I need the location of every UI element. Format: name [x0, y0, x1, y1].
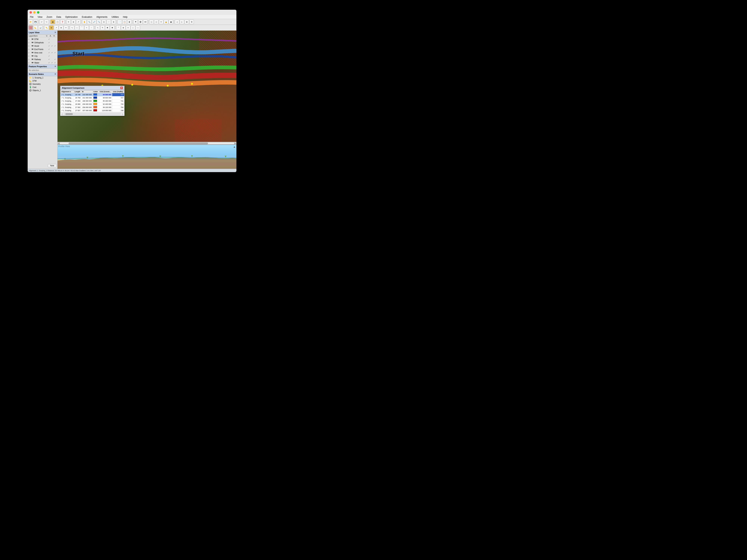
- layer-areacost-a[interactable]: ✓: [51, 51, 53, 54]
- layer-view-close[interactable]: ✕: [54, 31, 56, 34]
- layer-water[interactable]: ▷ 🗺 Water ✓ ✓ ✓: [28, 61, 57, 64]
- scroll-left-button[interactable]: ◁: [61, 113, 63, 115]
- layer-avoid[interactable]: ▷ 🗺 Avoid ✓ ✓ ✓: [28, 44, 57, 48]
- scenario-item-dtm[interactable]: 📐 DTM: [28, 79, 57, 82]
- flag-button[interactable]: ⚑: [133, 20, 138, 24]
- layer-city-v[interactable]: ✓: [48, 55, 50, 57]
- lock-button[interactable]: 🔒: [164, 20, 168, 24]
- layer-areacost-h[interactable]: ✓: [54, 51, 56, 54]
- minus-button[interactable]: ➖: [143, 20, 148, 24]
- layer-dtm-h[interactable]: [54, 38, 56, 41]
- arrow-left-button[interactable]: ◁: [175, 20, 179, 24]
- map-view[interactable]: Start: [57, 31, 236, 142]
- scenario-item-objects[interactable]: 🔘 Objects_1: [28, 89, 57, 92]
- alignment-row-0[interactable]: ↗1. Scoping... 26 748 142 000 000 64 500…: [60, 93, 124, 96]
- zoom-in-button[interactable]: 🔍: [87, 20, 92, 24]
- feature-props-close[interactable]: ✕: [54, 65, 56, 68]
- copy-button[interactable]: 📄: [118, 20, 122, 24]
- arc-tool-button[interactable]: ⌒: [80, 25, 84, 30]
- menu-alignments[interactable]: Alignments: [96, 15, 108, 19]
- layer-endpoints-h[interactable]: [54, 48, 56, 51]
- undo-button[interactable]: ↩: [40, 20, 44, 24]
- layer-endpoints[interactable]: ▷ 🗺 End Points ✓: [28, 48, 57, 51]
- minus-line-button[interactable]: −: [89, 25, 94, 30]
- alignment-row-3[interactable]: ↗1. Scoping... 26 980 206 000 000 92 400…: [60, 103, 124, 106]
- hand-button[interactable]: ✋: [82, 20, 87, 24]
- group-button[interactable]: ▣: [169, 20, 173, 24]
- layer-city-h[interactable]: [54, 55, 56, 57]
- layer-railway-a[interactable]: [51, 58, 53, 61]
- vertical-button[interactable]: |: [131, 25, 135, 30]
- eraser-button[interactable]: ✖: [105, 25, 110, 30]
- scenario-item-geometry[interactable]: 🔘 Geometry: [28, 82, 57, 86]
- edit-button[interactable]: ✏: [159, 20, 163, 24]
- layer-dtm[interactable]: ▷ 🗺 DTM ✓: [28, 37, 57, 41]
- layer-avoid-v[interactable]: ✓: [48, 45, 50, 47]
- pen-button[interactable]: ✒: [66, 20, 71, 24]
- alignment-panel-close-button[interactable]: ✕: [120, 87, 123, 89]
- scenario-item-cost[interactable]: 💲 Cost: [28, 86, 57, 89]
- layer-water-a[interactable]: ✓: [51, 61, 53, 64]
- pan-button[interactable]: ☞: [106, 20, 111, 24]
- node-button[interactable]: ⊕: [71, 20, 76, 24]
- menu-evaluation[interactable]: Evaluation: [81, 15, 93, 19]
- close-button[interactable]: [29, 11, 32, 14]
- profile-expand-button[interactable]: ▲: [233, 145, 236, 148]
- menu-help[interactable]: Help: [122, 15, 128, 19]
- layer-areacost[interactable]: ▷ 🗺 Area cost ✓ ✓ ✓: [28, 51, 57, 54]
- settings-button[interactable]: ⚙: [189, 20, 194, 24]
- layer-dtm-a[interactable]: [51, 38, 53, 41]
- save-button[interactable]: 💾: [33, 20, 38, 24]
- layer-endpoints-a[interactable]: [51, 48, 53, 51]
- menu-zoom[interactable]: Zoom: [46, 15, 53, 19]
- pen-edit-button[interactable]: ✎: [100, 25, 105, 30]
- measure-button[interactable]: 📏: [44, 25, 49, 30]
- layer-dtm-v[interactable]: ✓: [48, 38, 50, 41]
- layer-orthophoto-h[interactable]: [54, 41, 56, 44]
- map-scroll-left[interactable]: ◁: [58, 142, 59, 144]
- map-expand-button[interactable]: ▷: [58, 138, 60, 141]
- layers-button[interactable]: ⊞: [184, 20, 189, 24]
- merge-button[interactable]: ⌃: [116, 25, 121, 30]
- plan-button[interactable]: 📐: [33, 25, 38, 30]
- layer-railway[interactable]: ▷ 🗺 Railway ✓ ✓: [28, 58, 57, 61]
- menu-data[interactable]: Data: [56, 15, 62, 19]
- note-button[interactable]: Note: [48, 164, 57, 167]
- layer-orthophoto-a[interactable]: [51, 41, 53, 44]
- layer-areacost-v[interactable]: ✓: [48, 51, 50, 54]
- node-edit-button[interactable]: ↗: [54, 25, 58, 30]
- layer-orthophoto-v[interactable]: ✓: [48, 41, 50, 44]
- zoom-fit-button[interactable]: ⊕: [111, 20, 116, 24]
- zoom-button[interactable]: 🔎: [92, 20, 96, 24]
- node-tool-button[interactable]: ◻: [149, 20, 154, 24]
- layer-avoid-a[interactable]: ✓: [51, 45, 53, 47]
- map-scroll-right[interactable]: ▷: [235, 142, 236, 144]
- paste-button[interactable]: 📋: [122, 20, 127, 24]
- select-button[interactable]: ▦: [50, 20, 55, 24]
- alignment-row-2[interactable]: ↗1. Scoping... 27 284 186 000 000 85 400…: [60, 100, 124, 103]
- layer-water-h[interactable]: ✓: [54, 61, 56, 64]
- insert-node-button[interactable]: ⊕: [59, 25, 63, 30]
- alignment-row-4[interactable]: ↗1. Scoping... 27 582 256 000 000 99 100…: [60, 106, 124, 109]
- menu-utilities[interactable]: Utilities: [111, 15, 120, 19]
- alignment-row-5[interactable]: ↗1. Scoping... 27 557 337 000 000 118 00…: [60, 109, 124, 112]
- open-button[interactable]: 📂: [28, 20, 33, 24]
- segment-button[interactable]: ◻: [154, 20, 158, 24]
- menu-file[interactable]: File: [29, 15, 34, 19]
- delete-node-button[interactable]: ✂: [64, 25, 68, 30]
- curve-tool-button[interactable]: ∿: [70, 25, 74, 30]
- plus-button[interactable]: ➕: [138, 20, 143, 24]
- help-button[interactable]: ❓: [60, 20, 65, 24]
- profile-button[interactable]: 🚫: [28, 25, 33, 30]
- snap-button[interactable]: ⊞: [49, 25, 54, 30]
- scenario-item-scoping[interactable]: 📁 1. Scoping_1: [28, 76, 57, 79]
- menu-optimization[interactable]: Optimization: [65, 15, 78, 19]
- map-delete-button[interactable]: 🗑: [127, 20, 132, 24]
- curve-button[interactable]: ↗: [76, 20, 80, 24]
- layer-orthophoto[interactable]: ▷ 🗺 Orthophoto ✓: [28, 41, 57, 44]
- map-scroll-track[interactable]: [60, 142, 234, 144]
- split-button[interactable]: ✖: [110, 25, 114, 30]
- plus-line-button[interactable]: +: [84, 25, 89, 30]
- scroll-right-button[interactable]: ▷: [122, 113, 124, 115]
- layer-endpoints-v[interactable]: ✓: [48, 48, 50, 51]
